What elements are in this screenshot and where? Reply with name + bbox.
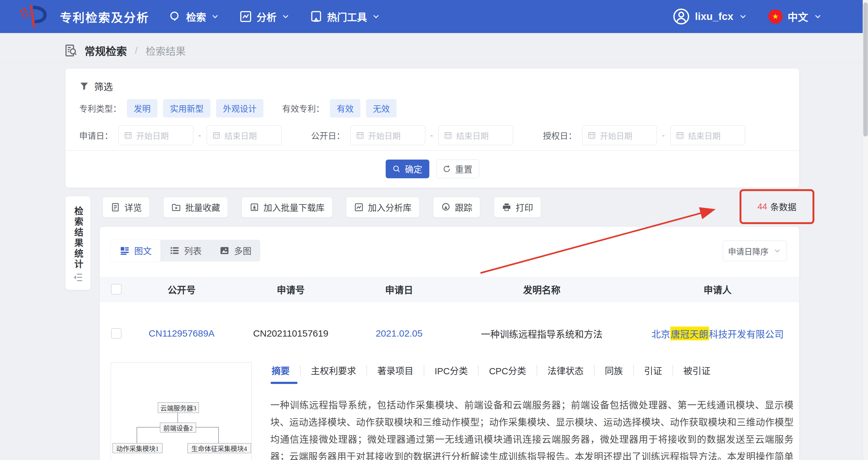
- collapse-icon[interactable]: [72, 272, 84, 283]
- application-number: CN202110157619: [231, 328, 351, 339]
- calendar-icon: [444, 131, 453, 140]
- view-tab-list[interactable]: 列表: [161, 240, 211, 261]
- tab-legal-status[interactable]: 法律状态: [536, 365, 594, 375]
- valid-option-valid[interactable]: 有效: [330, 99, 361, 118]
- grant-date-end-input[interactable]: 结束日期: [670, 125, 745, 145]
- menu-hot-tools-label: 热门工具: [327, 9, 367, 24]
- breadcrumb-separator: /: [135, 45, 137, 56]
- radar-icon: [441, 202, 451, 212]
- search-icon: [169, 10, 182, 23]
- menu-hot-tools[interactable]: 热门工具: [310, 9, 381, 24]
- print-label: 打印: [516, 201, 533, 213]
- user-menu[interactable]: lixu_fcx: [673, 8, 748, 25]
- detail-view-label: 详览: [124, 201, 142, 213]
- patent-drawing-thumbnail[interactable]: 云端服务器3 前端设备2 动作采集模块1 生命体征采集模块4: [111, 362, 252, 460]
- valid-option-invalid[interactable]: 无效: [366, 99, 397, 118]
- tab-ipc-class[interactable]: IPC分类: [424, 365, 478, 375]
- track-label: 跟踪: [455, 201, 472, 213]
- reset-button[interactable]: 重置: [436, 160, 479, 178]
- diagram-connector: [177, 412, 178, 423]
- chevron-down-icon: [371, 12, 381, 21]
- tab-bibliographic[interactable]: 著录项目: [366, 365, 424, 375]
- calendar-icon: [587, 131, 596, 140]
- filter-divider: [65, 150, 799, 151]
- publication-number-link[interactable]: CN112957689A: [132, 328, 231, 339]
- column-application-date[interactable]: 申请日: [351, 282, 447, 296]
- document-search-icon: [64, 43, 78, 58]
- breadcrumb-current: 检索结果: [146, 43, 186, 58]
- username: lixu_fcx: [695, 10, 733, 23]
- filter-date-row: 申请日： 开始日期 -: [79, 125, 745, 145]
- analysis-library-button[interactable]: 加入分析库: [346, 197, 420, 218]
- language-menu[interactable]: ★ 中文: [768, 9, 823, 24]
- select-all-checkbox[interactable]: [111, 284, 122, 295]
- breadcrumb-parent[interactable]: 常规检索: [85, 43, 127, 58]
- detail-view-button[interactable]: 详览: [102, 197, 150, 218]
- sort-dropdown[interactable]: 申请日降序: [723, 240, 787, 261]
- column-applicant[interactable]: 申请人: [636, 282, 799, 296]
- main-menu: 检索 分析 热门工具: [169, 9, 381, 24]
- column-invention-title[interactable]: 发明名称: [447, 282, 636, 296]
- table-row: CN112957689A CN202110157619 2021.02.05 一…: [100, 311, 799, 355]
- filter-panel: 筛选 专利类型： 发明 实用新型 外观设计 有效专利： 有效 无效 申请日：: [65, 69, 799, 188]
- confirm-button[interactable]: 确定: [386, 160, 429, 178]
- menu-analysis-label: 分析: [257, 9, 277, 24]
- batch-download-label: 加入批量下载库: [264, 201, 324, 213]
- patent-type-design[interactable]: 外观设计: [216, 99, 264, 118]
- column-application-number[interactable]: 申请号: [231, 282, 351, 296]
- print-button[interactable]: 打印: [494, 197, 541, 218]
- diagram-node-cloud-server: 云端服务器3: [158, 402, 199, 413]
- tab-family[interactable]: 同族: [594, 365, 633, 375]
- tab-cited-by[interactable]: 被引证: [673, 365, 721, 375]
- view-switcher: 图文 列表 多图: [111, 240, 260, 261]
- patent-type-utility[interactable]: 实用新型: [163, 99, 211, 118]
- view-tab-list-label: 列表: [184, 244, 202, 257]
- tab-citation[interactable]: 引证: [633, 365, 673, 375]
- application-date-label: 申请日：: [79, 129, 113, 141]
- breadcrumb: 常规检索 / 检索结果: [64, 41, 186, 60]
- view-tab-multi-image[interactable]: 多图: [211, 240, 260, 261]
- batch-favorite-button[interactable]: 批量收藏: [163, 197, 228, 218]
- invention-title[interactable]: 一种训练远程指导系统和方法: [447, 327, 636, 340]
- china-flag-icon: ★: [768, 9, 782, 24]
- image-text-layout-icon: [119, 245, 130, 256]
- grant-date-start-input[interactable]: 开始日期: [582, 125, 657, 145]
- results-toolbar: 详览 批量收藏 加入批量下载库 加入分析库 跟踪: [102, 197, 541, 218]
- chart-icon: [239, 10, 252, 23]
- menu-search-label: 检索: [186, 9, 206, 24]
- column-publication-number[interactable]: 公开号: [132, 282, 231, 296]
- application-date-end-input[interactable]: 结束日期: [207, 125, 282, 145]
- scrollbar-track[interactable]: [863, 0, 868, 460]
- tools-icon: [310, 10, 323, 23]
- app-title: 专利检索及分析: [60, 8, 149, 25]
- start-date-placeholder: 开始日期: [600, 130, 632, 141]
- scrollbar-thumb[interactable]: [863, 2, 868, 136]
- applicant-link[interactable]: 北京唐冠天朗科技开发有限公司: [636, 327, 799, 340]
- start-date-placeholder: 开始日期: [136, 130, 169, 141]
- application-date-start-input[interactable]: 开始日期: [119, 125, 193, 145]
- tab-cpc-class[interactable]: CPC分类: [478, 365, 536, 375]
- publication-date-filter: 公开日： 开始日期 -: [311, 125, 514, 145]
- application-date-filter: 申请日： 开始日期 -: [79, 125, 282, 145]
- publication-date-start-input[interactable]: 开始日期: [350, 125, 425, 145]
- row-checkbox[interactable]: [111, 328, 122, 339]
- header-divider: [0, 62, 868, 62]
- language-label: 中文: [787, 9, 808, 24]
- tab-main-claim[interactable]: 主权利要求: [300, 365, 366, 375]
- chevron-down-icon: [281, 12, 290, 21]
- view-tab-image-text[interactable]: 图文: [111, 240, 161, 261]
- menu-search[interactable]: 检索: [169, 9, 220, 24]
- calendar-icon: [676, 131, 684, 140]
- batch-download-button[interactable]: 加入批量下载库: [242, 197, 332, 218]
- tab-abstract[interactable]: 摘要: [261, 365, 300, 375]
- patent-type-invention[interactable]: 发明: [127, 99, 157, 118]
- document-icon: [111, 202, 120, 212]
- menu-analysis[interactable]: 分析: [239, 9, 290, 24]
- search-stats-panel[interactable]: 检索结果统计: [65, 196, 90, 290]
- publication-date-end-input[interactable]: 结束日期: [438, 125, 513, 145]
- batch-favorite-label: 批量收藏: [185, 201, 220, 213]
- track-button[interactable]: 跟踪: [433, 197, 480, 218]
- view-tab-multi-image-label: 多图: [234, 244, 251, 257]
- applicant-prefix: 北京: [652, 327, 670, 340]
- chart-icon: [354, 202, 364, 212]
